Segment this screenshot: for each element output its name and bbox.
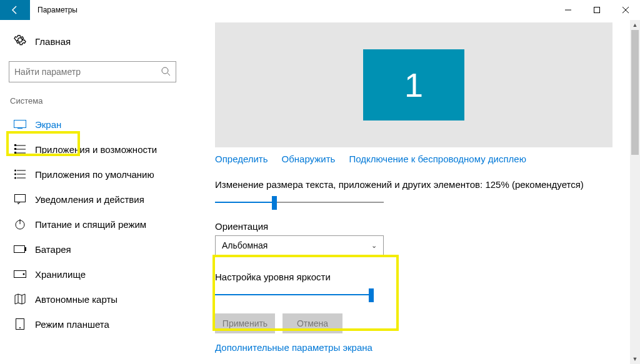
minimize-button[interactable] [554,0,582,20]
svg-rect-11 [14,144,16,146]
monitor-1[interactable]: 1 [363,49,464,121]
sidebar-item-power[interactable]: Питание и спящий режим [9,212,200,237]
sidebar-item-maps[interactable]: Автономные карты [9,287,200,312]
sidebar-item-label: Режим планшета [35,319,109,330]
notifications-icon [14,193,26,205]
category-title: Система [9,94,200,112]
chevron-down-icon: ⌄ [371,242,377,250]
svg-rect-24 [25,247,26,251]
scrollbar[interactable]: ▲ ▼ [630,20,640,364]
detect-link[interactable]: Обнаружить [282,154,336,164]
scale-slider[interactable] [215,195,384,210]
svg-line-5 [168,73,170,76]
sidebar: Главная Система Экран Приложения и возмо… [0,20,200,364]
main-panel: 1 Определить Обнаружить Подключение к бе… [200,20,640,364]
power-icon [14,218,26,230]
orientation-dropdown[interactable]: Альбомная ⌄ [215,235,384,255]
sidebar-item-label: Питание и спящий режим [35,219,146,230]
svg-point-18 [14,174,16,175]
svg-rect-23 [14,246,25,253]
search-icon [161,66,171,78]
maximize-button[interactable] [582,0,611,20]
display-preview: 1 [215,22,612,147]
close-button[interactable] [611,0,640,20]
sidebar-item-storage[interactable]: Хранилище [9,262,200,287]
advanced-display-link[interactable]: Дополнительные параметры экрана [215,342,621,353]
gear-icon [14,34,26,49]
sidebar-item-label: Экран [35,119,61,130]
sidebar-item-label: Уведомления и действия [35,194,144,205]
sidebar-item-apps[interactable]: Приложения и возможности [9,137,200,162]
sidebar-item-label: Приложения по умолчанию [35,169,154,180]
cancel-button[interactable]: Отмена [282,313,342,333]
home-label: Главная [35,36,71,47]
identify-link[interactable]: Определить [215,154,268,164]
home-nav[interactable]: Главная [9,29,200,54]
brightness-slider[interactable] [215,287,374,302]
sidebar-item-label: Приложения и возможности [35,144,157,155]
sidebar-item-display[interactable]: Экран [9,112,200,137]
battery-icon [14,243,26,255]
tablet-icon [14,318,26,330]
sidebar-item-label: Батарея [35,244,71,255]
svg-rect-12 [14,148,16,150]
sidebar-item-tablet[interactable]: Режим планшета [9,312,200,337]
svg-rect-20 [15,195,26,202]
back-button[interactable] [0,0,30,20]
search-input[interactable] [9,61,176,82]
scroll-down-icon[interactable]: ▼ [630,354,640,364]
titlebar: Параметры [0,0,640,20]
sidebar-item-battery[interactable]: Батарея [9,237,200,262]
window-title: Параметры [30,0,85,20]
storage-icon [14,268,26,280]
svg-point-4 [162,67,168,74]
svg-point-30 [19,327,21,328]
orientation-value: Альбомная [222,240,268,250]
orientation-label: Ориентация [215,221,621,232]
svg-point-17 [14,170,16,172]
scroll-thumb[interactable] [631,30,639,155]
apps-icon [14,143,26,155]
svg-rect-6 [14,121,26,128]
apply-button[interactable]: Применить [215,313,275,333]
default-apps-icon [14,168,26,180]
sidebar-item-label: Хранилище [35,269,86,280]
sidebar-item-default-apps[interactable]: Приложения по умолчанию [9,162,200,187]
brightness-label: Настройка уровня яркости [215,272,621,282]
svg-point-26 [23,273,25,275]
wireless-link[interactable]: Подключение к беспроводному дисплею [349,154,526,164]
svg-rect-13 [14,152,16,154]
sidebar-item-label: Автономные карты [35,294,118,305]
svg-point-19 [14,177,16,179]
search-field[interactable] [14,67,161,77]
scroll-up-icon[interactable]: ▲ [630,20,640,30]
svg-rect-1 [594,7,600,13]
scale-label: Изменение размера текста, приложений и д… [215,179,621,190]
display-icon [14,118,26,130]
maps-icon [14,293,26,305]
sidebar-item-notifications[interactable]: Уведомления и действия [9,187,200,212]
